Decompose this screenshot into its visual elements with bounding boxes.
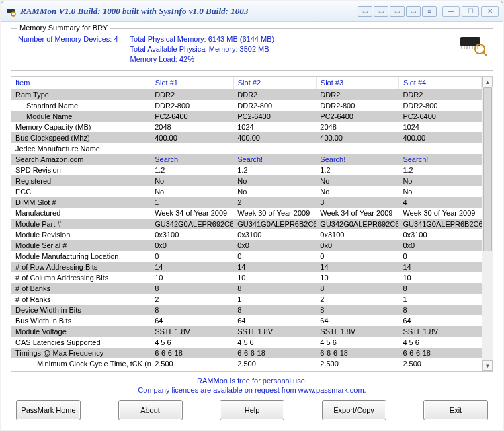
cell-slot2: DDR2-800 <box>233 100 316 111</box>
scroll-down-arrow-icon[interactable]: ▼ <box>482 360 493 371</box>
cell-slot2: 2 <box>233 197 316 208</box>
close-button[interactable]: ✕ <box>481 6 499 17</box>
col-slot3[interactable]: Slot #3 <box>316 77 398 89</box>
col-slot1[interactable]: Slot #1 <box>151 77 233 89</box>
memory-summary-box: Memory Summary for BRY Number of Memory … <box>11 28 493 71</box>
scroll-up-arrow-icon[interactable]: ▲ <box>482 77 493 87</box>
table-row[interactable]: Bus Clockspeed (Mhz)400.00400.00400.0040… <box>11 132 482 143</box>
aux-btn-5[interactable]: ≡ <box>422 6 437 17</box>
aux-btn-2[interactable]: ▭ <box>374 6 388 17</box>
table-row[interactable]: Bus Width in Bits64646464 <box>11 315 482 326</box>
row-label: # of Banks <box>11 283 151 294</box>
table-row[interactable]: Module VoltageSSTL 1.8VSSTL 1.8VSSTL 1.8… <box>11 326 482 337</box>
table-row[interactable]: # of Ranks2121 <box>11 294 482 305</box>
vertical-scrollbar[interactable]: ▲ ▼ <box>482 77 493 371</box>
table-row[interactable]: Module NamePC2-6400PC2-6400PC2-6400PC2-6… <box>11 111 482 122</box>
table-row[interactable]: ManufacturedWeek 34 of Year 2009Week 30 … <box>11 208 482 219</box>
table-row[interactable]: Ram TypeDDR2DDR2DDR2DDR2 <box>11 89 482 101</box>
cell-slot3: 64 <box>316 315 398 326</box>
table-row[interactable]: # of Column Addressing Bits10101010 <box>11 272 482 283</box>
table-row[interactable]: Memory Capacity (MB)2048102420481024 <box>11 122 482 132</box>
table-row[interactable]: Module Serial #0x00x00x00x0 <box>11 240 482 251</box>
cell-slot4: 0x3100 <box>398 229 481 240</box>
table-row[interactable]: Minimum Clock Cycle Time, tCK (ns)2.5002… <box>11 358 482 369</box>
cell-slot4: 6-6-6-18 <box>398 348 481 358</box>
aux-btn-3[interactable]: ▭ <box>390 6 405 17</box>
cell-slot1: 8 <box>151 305 233 315</box>
table-row[interactable]: Jedec Manufacture Name <box>11 143 482 154</box>
row-label: Ram Type <box>11 89 151 101</box>
row-label: Module Voltage <box>11 326 151 337</box>
cell-slot2: No <box>233 175 316 186</box>
table-row[interactable]: # of Row Addressing Bits14141414 <box>11 262 482 272</box>
cell-slot1: GU342G0ALEPR692C6F <box>151 219 233 229</box>
help-button[interactable]: Help <box>220 400 284 420</box>
cell-slot4: 0x0 <box>398 240 481 251</box>
cell-slot3: 10 <box>316 272 398 283</box>
cell-slot3: No <box>316 175 398 186</box>
row-label: DIMM Slot # <box>11 197 151 208</box>
row-label: Manufactured <box>11 208 151 219</box>
cell-slot4: Week 30 of Year 2009 <box>398 208 481 219</box>
about-button[interactable]: About <box>118 400 183 420</box>
row-label: Standard Name <box>11 100 151 111</box>
table-row[interactable]: ECCNoNoNoNo <box>11 186 482 197</box>
exit-button[interactable]: Exit <box>423 400 488 420</box>
col-slot4[interactable]: Slot #4 <box>398 77 481 89</box>
aux-btn-1[interactable]: ▭ <box>358 6 372 17</box>
cell-slot3: PC2-6400 <box>316 111 398 122</box>
svg-line-11 <box>483 52 487 56</box>
cell-slot4: 4 5 6 <box>398 337 481 348</box>
titlebar[interactable]: RAMMon V1.0 Build: 1000 built with SysIn… <box>1 1 503 22</box>
cell-slot4: 10 <box>398 272 481 283</box>
table-row[interactable]: # of Banks8888 <box>11 283 482 294</box>
search-link-slot1[interactable]: Search! <box>151 154 233 165</box>
cell-slot3 <box>316 143 398 154</box>
ram-chip-icon <box>458 33 487 56</box>
footer-buttons: PassMark Home About Help Export/Copy Exi… <box>8 400 496 424</box>
search-link-slot2[interactable]: Search! <box>233 154 316 165</box>
export-copy-button[interactable]: Export/Copy <box>322 400 386 420</box>
table-row[interactable]: Search Amazon.comSearch!Search!Search!Se… <box>11 154 482 165</box>
row-label: CAS Latencies Supported <box>11 337 151 348</box>
col-slot2[interactable]: Slot #2 <box>233 77 316 89</box>
cell-slot2: 1024 <box>233 122 316 132</box>
row-label: Minimum Clock Cycle Time, tCK (ns) <box>11 358 151 369</box>
summary-devices: Number of Memory Devices: 4 <box>18 34 118 44</box>
cell-slot2: No <box>233 186 316 197</box>
cell-slot3: 3 <box>316 197 398 208</box>
table-row[interactable]: Module Manufacturing Location0000 <box>11 251 482 262</box>
cell-slot2: 0 <box>233 251 316 262</box>
aux-btn-4[interactable]: ▭ <box>406 6 421 17</box>
table-row[interactable]: Timings @ Max Frequency6-6-6-186-6-6-186… <box>11 348 482 358</box>
summary-total-physical: Total Physical Memory: 6143 MB (6144 MB) <box>130 34 275 44</box>
cell-slot1: No <box>151 175 233 186</box>
scroll-thumb[interactable] <box>483 87 492 251</box>
summary-heading: Memory Summary for BRY <box>17 24 110 32</box>
table-row[interactable]: SPD Revision1.21.21.21.2 <box>11 165 482 175</box>
cell-slot4: DDR2 <box>398 89 481 101</box>
cell-slot4: 1024 <box>398 122 481 132</box>
maximize-button[interactable]: ☐ <box>462 6 479 17</box>
row-label: Jedec Manufacture Name <box>11 143 151 154</box>
search-link-slot3[interactable]: Search! <box>316 154 398 165</box>
minimize-button[interactable]: — <box>442 6 460 17</box>
table-row[interactable]: Module Part #GU342G0ALEPR692C6FGU341G0AL… <box>11 219 482 229</box>
passmark-home-button[interactable]: PassMark Home <box>16 400 81 420</box>
table-row[interactable]: Standard NameDDR2-800DDR2-800DDR2-800DDR… <box>11 100 482 111</box>
table-row[interactable]: Device Width in Bits8888 <box>11 305 482 315</box>
table-row[interactable]: RegisteredNoNoNoNo <box>11 175 482 186</box>
cell-slot3: 6-6-6-18 <box>316 348 398 358</box>
app-window: RAMMon V1.0 Build: 1000 built with SysIn… <box>1 1 503 430</box>
col-item[interactable]: Item <box>11 77 151 89</box>
cell-slot1: 8 <box>151 283 233 294</box>
search-link-slot4[interactable]: Search! <box>398 154 481 165</box>
scroll-track[interactable] <box>482 87 493 360</box>
table-row[interactable]: Module Revision0x31000x31000x31000x3100 <box>11 229 482 240</box>
table-row[interactable]: DIMM Slot #1234 <box>11 197 482 208</box>
table-row[interactable]: CAS Latencies Supported4 5 64 5 64 5 64 … <box>11 337 482 348</box>
row-label: Module Name <box>11 111 151 122</box>
cell-slot3: 8 <box>316 283 398 294</box>
row-label: Module Serial # <box>11 240 151 251</box>
cell-slot3: Week 34 of Year 2009 <box>316 208 398 219</box>
